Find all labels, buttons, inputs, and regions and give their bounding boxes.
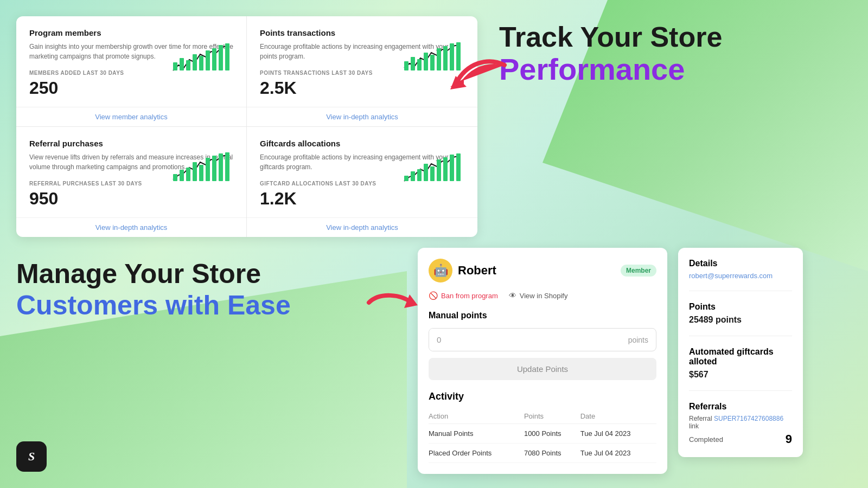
stat-value-giftcards: 1.2K [260,189,464,209]
stat-value-points: 2.5K [260,78,464,98]
svg-rect-32 [437,159,441,181]
svg-rect-10 [411,57,415,70]
view-shopify-button[interactable]: 👁 View in Shopify [509,291,568,300]
headline-area: Track Your Store Performance [488,16,852,92]
referral-link: SUPER7167427608886 [714,415,783,422]
details-email: robert@superrewards.com [689,272,792,280]
avatar: 🤖 [429,259,452,282]
card-title-members: Program members [29,28,233,37]
svg-rect-3 [193,54,197,70]
activity-table: Action Points Date Manual Points 1000 Po… [429,409,656,463]
points-title: Points [689,302,792,312]
activity-points-1: 7080 Points [524,444,580,463]
logo-icon: S [28,450,35,464]
chart-members [170,41,235,78]
stat-value-referrals: 950 [29,189,233,209]
update-points-button[interactable]: Update Points [429,358,656,380]
svg-rect-33 [443,157,448,181]
svg-rect-2 [186,60,190,70]
svg-rect-27 [404,176,409,181]
svg-rect-22 [199,165,203,181]
details-section: Details robert@superrewards.com [689,259,792,280]
activity-action-1: Placed Order Points [429,444,524,463]
divider-1 [689,291,792,291]
svg-rect-25 [219,153,223,181]
arrow-right-decoration [363,286,418,321]
member-avatar-name: 🤖 Robert [429,259,496,282]
giftcards-value: $567 [689,370,792,380]
svg-rect-21 [193,162,197,181]
col-points: Points [524,409,580,424]
completed-label: Completed [689,435,723,444]
svg-rect-1 [180,58,184,70]
stat-value-members: 250 [29,78,233,98]
view-giftcards-analytics-link[interactable]: View in-depth analytics [247,217,477,237]
referral-completed-row: Completed 9 [689,432,792,446]
ban-icon: 🚫 [429,291,438,300]
svg-rect-26 [225,152,229,181]
logo-button[interactable]: S [16,441,47,472]
activity-title: Activity [429,391,656,402]
view-referrals-analytics-link[interactable]: View in-depth analytics [16,217,246,237]
activity-date-0: Tue Jul 04 2023 [580,424,656,444]
member-badge: Member [621,265,656,277]
customers-subtitle: Customers with Ease [16,290,407,322]
divider-2 [689,336,792,336]
analytics-card-points: Points transactions Encourage profitable… [247,16,477,127]
avatar-emoji: 🤖 [433,264,448,278]
arrow-left-decoration [445,54,510,100]
table-row: Manual Points 1000 Points Tue Jul 04 202… [429,424,656,444]
svg-rect-23 [206,158,210,181]
manual-points-title: Manual points [429,311,656,320]
table-row: Placed Order Points 7080 Points Tue Jul … [429,444,656,463]
card-title-points: Points transactions [260,28,464,37]
member-header: 🤖 Robert Member [429,259,656,282]
svg-rect-30 [424,164,428,181]
card-title-referrals: Referral purchases [29,139,233,148]
details-title: Details [689,259,792,268]
bottom-left-section: Manage Your Store Customers with Ease [16,248,407,332]
points-section: Points 25489 points [689,302,792,325]
analytics-card-members: Program members Gain insights into your … [16,16,247,127]
points-input[interactable] [429,329,621,351]
svg-rect-9 [404,61,409,70]
chart-referrals [170,151,235,189]
svg-rect-11 [417,59,422,70]
giftcards-section: Automated giftcards alloted $567 [689,347,792,380]
svg-rect-35 [456,153,461,181]
svg-rect-6 [212,48,216,70]
svg-rect-31 [430,166,435,181]
headline-line2: Performance [499,53,685,86]
svg-rect-7 [219,45,223,70]
card-title-giftcards: Giftcards allocations [260,139,464,148]
giftcards-title: Automated giftcards alloted [689,347,792,367]
points-suffix: points [621,329,656,351]
analytics-card-giftcards: Giftcards allocations Encourage profitab… [247,127,477,237]
referrals-title: Referrals [689,402,792,412]
svg-rect-0 [173,62,177,70]
svg-rect-24 [212,156,216,181]
svg-rect-12 [424,53,428,70]
referral-link-label: Referral SUPER7167427608886 link [689,415,792,430]
svg-rect-34 [450,155,454,181]
svg-rect-18 [173,174,177,181]
points-input-row[interactable]: points [429,328,656,351]
svg-rect-28 [411,171,415,181]
manage-title: Manage Your Store [16,259,407,290]
chart-giftcards [401,151,467,189]
svg-rect-14 [437,48,441,70]
view-member-analytics-link[interactable]: View member analytics [16,107,246,126]
svg-rect-8 [225,43,229,70]
ban-button[interactable]: 🚫 Ban from program [429,291,498,300]
member-name: Robert [458,264,496,278]
member-panel: 🤖 Robert Member 🚫 Ban from program 👁 Vie… [418,248,667,474]
member-actions: 🚫 Ban from program 👁 View in Shopify [429,291,656,300]
headline-line1: Track Your Store [499,22,722,53]
svg-rect-5 [206,50,210,70]
analytics-card-referrals: Referral purchases View revenue lifts dr… [16,127,247,237]
svg-rect-13 [430,55,435,70]
col-date: Date [580,409,656,424]
view-points-analytics-link[interactable]: View in-depth analytics [247,107,477,126]
svg-rect-29 [417,169,422,181]
activity-points-0: 1000 Points [524,424,580,444]
